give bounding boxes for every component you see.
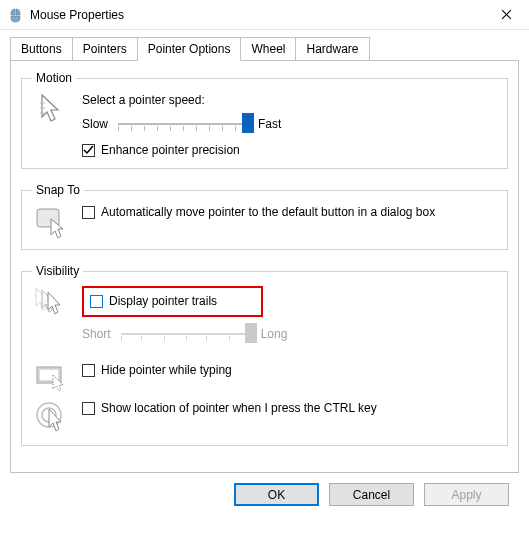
pointer-trails-label: Display pointer trails (109, 294, 217, 309)
pointer-trails-checkbox[interactable]: Display pointer trails (90, 294, 217, 309)
motion-label: Select a pointer speed: (82, 93, 497, 107)
checkbox-icon (82, 402, 95, 415)
long-label: Long (261, 327, 288, 341)
snap-to-icon (32, 205, 72, 239)
cursor-icon (32, 93, 72, 127)
dialog-buttons: OK Cancel Apply (10, 473, 519, 516)
ok-button[interactable]: OK (234, 483, 319, 506)
close-button[interactable] (484, 0, 529, 30)
pointer-trails-icon (32, 286, 72, 320)
highlight-box: Display pointer trails (82, 286, 263, 317)
enhance-precision-checkbox[interactable]: Enhance pointer precision (82, 143, 497, 158)
tab-wheel[interactable]: Wheel (241, 37, 296, 61)
ctrl-locate-label: Show location of pointer when I press th… (101, 401, 377, 416)
short-label: Short (82, 327, 111, 341)
snap-to-checkbox[interactable]: Automatically move pointer to the defaul… (82, 205, 497, 220)
ctrl-locate-icon (32, 401, 72, 435)
group-visibility: Visibility Display (21, 264, 508, 446)
tab-pointer-options[interactable]: Pointer Options (138, 37, 242, 61)
group-visibility-legend: Visibility (32, 264, 83, 278)
tab-buttons[interactable]: Buttons (10, 37, 73, 61)
group-snap-to: Snap To Automatically move pointer to th… (21, 183, 508, 250)
snap-to-label: Automatically move pointer to the defaul… (101, 205, 435, 220)
tab-hardware[interactable]: Hardware (296, 37, 369, 61)
hide-typing-checkbox[interactable]: Hide pointer while typing (82, 363, 497, 378)
window-title: Mouse Properties (30, 8, 484, 22)
title-bar: Mouse Properties (0, 0, 529, 30)
slow-label: Slow (82, 117, 108, 131)
trails-length-slider (121, 323, 251, 345)
hide-typing-label: Hide pointer while typing (101, 363, 232, 378)
checkbox-icon (82, 144, 95, 157)
checkbox-icon (82, 206, 95, 219)
ctrl-locate-checkbox[interactable]: Show location of pointer when I press th… (82, 401, 497, 416)
checkbox-icon (90, 295, 103, 308)
mouse-icon (8, 7, 24, 23)
pointer-speed-slider[interactable] (118, 113, 248, 135)
group-motion-legend: Motion (32, 71, 76, 85)
hide-typing-icon (32, 363, 72, 391)
cancel-button[interactable]: Cancel (329, 483, 414, 506)
apply-button: Apply (424, 483, 509, 506)
tab-pointers[interactable]: Pointers (73, 37, 138, 61)
checkbox-icon (82, 364, 95, 377)
group-motion: Motion Select a pointer speed: Slow (21, 71, 508, 169)
group-snapto-legend: Snap To (32, 183, 84, 197)
tab-panel: Motion Select a pointer speed: Slow (10, 60, 519, 473)
fast-label: Fast (258, 117, 281, 131)
tab-strip: Buttons Pointers Pointer Options Wheel H… (10, 37, 519, 61)
enhance-precision-label: Enhance pointer precision (101, 143, 240, 158)
